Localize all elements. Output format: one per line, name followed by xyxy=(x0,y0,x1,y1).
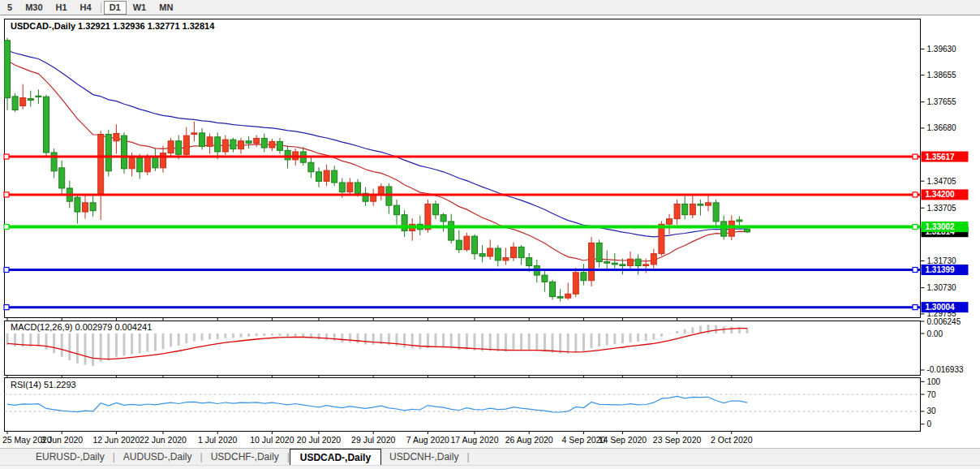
date-tick-label: 14 Sep 2020 xyxy=(599,435,647,445)
chart-tab-eurusd[interactable]: EURUSD-,Daily xyxy=(28,449,113,465)
macd-tick-label: -0.016933 xyxy=(927,365,964,374)
candle-body xyxy=(137,158,143,172)
price-tick-label: 1.38655 xyxy=(927,71,957,80)
candle-body xyxy=(472,236,478,253)
date-tick-label: 22 Jun 2020 xyxy=(140,435,187,445)
candle-body xyxy=(643,265,649,266)
timeframe-button-h1[interactable]: H1 xyxy=(49,2,74,14)
chart-tab-usdcad[interactable]: USDCAD-,Daily xyxy=(290,449,381,465)
macd-tick-label: 0.006245 xyxy=(927,317,961,326)
date-tick-label: 3 Jun 2020 xyxy=(41,435,83,445)
candle-body xyxy=(667,219,673,225)
line-handle[interactable] xyxy=(4,268,9,273)
chart-area[interactable]: 1.396301.386551.376551.366801.347051.337… xyxy=(0,15,980,448)
candle-body xyxy=(706,203,711,205)
candle-body xyxy=(5,41,11,98)
candle-body xyxy=(254,138,260,143)
candle-body xyxy=(83,203,88,212)
line-handle[interactable] xyxy=(913,225,918,230)
candle-body xyxy=(347,183,353,192)
line-handle[interactable] xyxy=(4,305,9,310)
date-tick-label: 7 Aug 2020 xyxy=(406,435,449,445)
candle-body xyxy=(59,168,65,188)
price-tick-label: 1.37655 xyxy=(927,97,957,106)
candle-body xyxy=(690,204,695,214)
timeframe-button-5[interactable]: 5 xyxy=(1,2,19,14)
candle-body xyxy=(12,97,18,110)
candle-body xyxy=(176,141,182,155)
candle-body xyxy=(144,157,150,172)
candle-body xyxy=(285,150,290,160)
date-tick-label: 26 Aug 2020 xyxy=(505,435,553,445)
price-tick-label: 1.31730 xyxy=(927,256,957,265)
candle-body xyxy=(596,243,602,261)
candle-body xyxy=(527,258,532,266)
candle-body xyxy=(90,203,96,211)
price-tick-label: 1.34705 xyxy=(927,177,957,186)
price-axis: 1.396301.386551.376551.366801.347051.337… xyxy=(921,45,969,319)
candle-body xyxy=(674,204,680,218)
candle-body xyxy=(456,240,462,250)
candle-body xyxy=(230,140,236,149)
candle-body xyxy=(36,96,41,97)
timeframe-button-mn[interactable]: MN xyxy=(153,2,179,14)
timeframe-button-m30[interactable]: M30 xyxy=(19,2,49,14)
candle-body xyxy=(542,275,548,282)
chart-tab-usdcnh[interactable]: USDCNH-,Daily xyxy=(381,449,466,465)
candle-body xyxy=(464,236,470,250)
candle-body xyxy=(518,247,524,257)
candle-body xyxy=(628,259,634,265)
candle-body xyxy=(316,172,322,182)
line-handle[interactable] xyxy=(913,154,918,159)
chart-panels xyxy=(5,19,921,432)
candle-body xyxy=(183,136,189,154)
line-handle[interactable] xyxy=(4,154,9,159)
candle-body xyxy=(402,215,407,231)
candle-body xyxy=(168,141,174,153)
candle-body xyxy=(449,222,454,240)
chart-canvas[interactable]: 1.396301.386551.376551.366801.347051.337… xyxy=(0,15,980,448)
candle-body xyxy=(239,141,244,149)
candle-body xyxy=(129,158,135,169)
line-handle[interactable] xyxy=(913,305,918,310)
candle-body xyxy=(651,254,656,265)
price-tick-label: 1.30730 xyxy=(927,283,957,292)
candle-body xyxy=(20,98,26,106)
candle-body xyxy=(573,273,578,294)
candle-body xyxy=(635,259,641,265)
candle-body xyxy=(308,162,314,172)
candle-body xyxy=(698,204,703,205)
timeframe-button-h4[interactable]: H4 xyxy=(74,2,98,14)
candle-body xyxy=(246,141,251,144)
candle-body xyxy=(153,157,158,168)
candle-body xyxy=(495,248,501,260)
macd-label: MACD(12,26,9) 0.002979 0.004241 xyxy=(11,322,152,332)
candle-body xyxy=(713,203,719,222)
price-badge-label: 1.30004 xyxy=(926,303,956,312)
chart-tab-usdchf[interactable]: USDCHF-,Daily xyxy=(203,449,287,465)
timeframe-button-d1[interactable]: D1 xyxy=(104,1,127,15)
price-badge-label: 1.31399 xyxy=(926,265,956,274)
date-tick-label: 12 Jun 2020 xyxy=(92,435,140,445)
candle-body xyxy=(269,141,275,148)
chart-tabs-bar: EURUSD-,Daily|AUDUSD-,Daily|USDCHF-,Dail… xyxy=(0,448,980,465)
line-handle[interactable] xyxy=(913,268,918,273)
candle-body xyxy=(215,137,221,152)
line-handle[interactable] xyxy=(913,192,918,197)
line-handle[interactable] xyxy=(4,192,9,197)
line-handle[interactable] xyxy=(4,225,9,230)
candle-body xyxy=(550,282,556,296)
timeframe-button-w1[interactable]: W1 xyxy=(127,2,153,14)
chart-title-ohlc: USDCAD-,Daily 1.32921 1.32936 1.32771 1.… xyxy=(11,21,215,31)
rsi-label: RSI(14) 51.2293 xyxy=(11,380,76,389)
price-tick-label: 1.36680 xyxy=(927,123,957,132)
trading-terminal-window: 5M30H1H4D1W1MN 1.396301.386551.376551.36… xyxy=(0,0,980,469)
candle-body xyxy=(581,273,587,281)
candle-body xyxy=(557,297,563,299)
candle-body xyxy=(28,99,33,101)
toolbar-separator xyxy=(101,2,101,13)
rsi-tick-label: 100 xyxy=(927,377,941,386)
price-badge-label: 1.33002 xyxy=(926,222,956,231)
chart-tab-audusd[interactable]: AUDUSD-,Daily xyxy=(115,449,200,465)
candle-body xyxy=(75,197,80,212)
